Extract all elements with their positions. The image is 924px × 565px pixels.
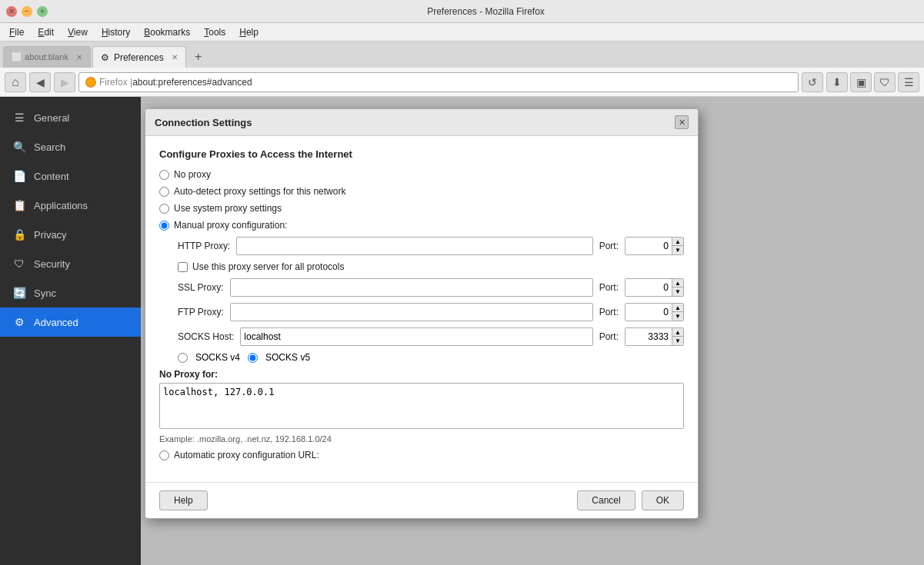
http-port-input[interactable] [625,238,672,254]
ftp-port-input[interactable] [625,304,672,321]
socks-port-spinner: ▲ ▼ [625,327,684,346]
menu-help[interactable]: Help [233,25,265,39]
auto-detect-label[interactable]: Auto-detect proxy settings for this netw… [174,186,345,197]
menu-bookmarks[interactable]: Bookmarks [138,25,196,39]
page-background: Advanced Connection Settings ✕ Configure… [141,97,924,565]
close-window-button[interactable]: ✕ [6,6,17,17]
menu-view[interactable]: View [62,25,94,39]
back-button[interactable]: ◀ [29,72,51,92]
dialog-title-bar: Connection Settings ✕ [145,109,698,136]
ssl-proxy-grid: SSL Proxy: Port: ▲ ▼ [178,278,684,297]
system-proxy-label[interactable]: Use system proxy settings [174,203,282,214]
ftp-port-up-button[interactable]: ▲ [672,304,683,312]
socks-host-grid: SOCKS Host: Port: ▲ ▼ [178,327,684,346]
favicon-icon [85,77,96,88]
title-bar: ✕ − + Preferences - Mozilla Firefox [0,0,924,23]
tab-preferences-label: Preferences [114,52,164,63]
menu-history[interactable]: History [95,25,136,39]
dialog-close-button[interactable]: ✕ [675,115,689,129]
manual-proxy-label[interactable]: Manual proxy configuration: [174,220,287,231]
manual-proxy-radio[interactable] [159,221,169,231]
sidebar: ☰ General 🔍 Search 📄 Content 📋 Applicati… [0,97,141,565]
use-all-protocols-checkbox[interactable] [178,262,188,272]
dialog-footer: Help Cancel OK [145,482,698,518]
http-port-up-button[interactable]: ▲ [672,238,683,246]
socks-v4-label[interactable]: SOCKS v4 [195,352,240,363]
ftp-port-label: Port: [599,307,619,317]
ssl-proxy-input[interactable] [230,278,593,297]
cancel-button[interactable]: Cancel [577,490,635,510]
sidebar-item-applications[interactable]: 📋 Applications [0,191,141,220]
no-proxy-label[interactable]: No proxy [174,169,211,180]
ftp-port-down-button[interactable]: ▼ [672,312,683,321]
socks-version-row: SOCKS v4 SOCKS v5 [178,352,684,363]
applications-icon: 📋 [12,198,26,212]
no-proxy-for-label: No Proxy for: [159,369,684,380]
socks-port-down-button[interactable]: ▼ [672,337,683,345]
socks-v5-radio[interactable] [248,353,258,363]
pocket-button[interactable]: 🛡 [874,72,896,92]
auto-url-radio[interactable] [159,450,169,460]
sidebar-item-general-label: General [34,112,69,124]
window-title: Preferences - Mozilla Firefox [54,6,918,17]
sidebar-item-content[interactable]: 📄 Content [0,161,141,191]
use-all-protocols-label[interactable]: Use this proxy server for all protocols [192,261,344,272]
ssl-port-input[interactable] [625,279,672,296]
reload-button[interactable]: ↺ [802,72,823,92]
sidebar-item-general[interactable]: ☰ General [0,103,141,132]
menu-edit[interactable]: Edit [32,25,60,39]
http-port-down-button[interactable]: ▼ [672,246,683,254]
ftp-port-spinner: ▲ ▼ [625,303,684,321]
sidebar-item-advanced[interactable]: ⚙ Advanced [0,307,141,337]
tab-blank-close[interactable]: ✕ [76,53,82,61]
new-tab-button[interactable]: + [188,46,209,68]
auto-detect-radio[interactable] [159,187,169,197]
menu-file[interactable]: File [3,25,30,39]
dialog-section-title: Configure Proxies to Access the Internet [159,148,684,160]
sidebar-item-privacy[interactable]: 🔒 Privacy [0,220,141,249]
no-proxy-textarea[interactable]: localhost, 127.0.0.1 [159,383,684,429]
no-proxy-row: No proxy [159,169,684,180]
no-proxy-section: No Proxy for: localhost, 127.0.0.1 Examp… [159,369,684,444]
home-button[interactable]: ⌂ [5,72,26,92]
ssl-port-down-button[interactable]: ▼ [672,287,683,296]
socks-v4-radio[interactable] [178,353,188,363]
tab-blank[interactable]: ⬜ about:blank ✕ [3,46,91,68]
general-icon: ☰ [12,111,26,125]
minimize-window-button[interactable]: − [22,6,32,17]
sidebar-item-security[interactable]: 🛡 Security [0,249,141,278]
menu-tools[interactable]: Tools [198,25,232,39]
socks-host-input[interactable] [240,327,592,346]
sidebar-item-search[interactable]: 🔍 Search [0,132,141,161]
menu-button[interactable]: ☰ [898,72,919,92]
maximize-window-button[interactable]: + [37,6,48,17]
socks-port-spinner-buttons: ▲ ▼ [672,328,683,345]
tab-bar: ⬜ about:blank ✕ ⚙ Preferences ✕ + [0,42,924,68]
dialog-body: Configure Proxies to Access the Internet… [145,136,698,482]
download-button[interactable]: ⬇ [826,72,848,92]
http-proxy-input[interactable] [236,237,592,255]
tab-preferences[interactable]: ⚙ Preferences ✕ [92,46,186,68]
url-bar[interactable]: Firefox | about:preferences#advanced [78,72,799,92]
system-proxy-radio[interactable] [159,204,169,214]
ssl-port-up-button[interactable]: ▲ [672,279,683,287]
no-proxy-radio[interactable] [159,170,169,180]
tab-preferences-close[interactable]: ✕ [172,53,178,61]
socks-v5-label[interactable]: SOCKS v5 [265,352,310,363]
use-all-protocols-row: Use this proxy server for all protocols [178,261,684,272]
forward-button[interactable]: ▶ [54,72,75,92]
sidebar-item-sync[interactable]: 🔄 Sync [0,278,141,307]
sidebar-item-content-label: Content [34,171,69,182]
sidebar-item-advanced-label: Advanced [34,317,78,328]
search-icon: 🔍 [12,140,26,154]
socks-host-label: SOCKS Host: [178,331,234,342]
ftp-proxy-grid: FTP Proxy: Port: ▲ ▼ [178,303,684,321]
window-controls: ✕ − + [6,6,48,17]
socks-port-input[interactable] [625,328,672,345]
ftp-proxy-input[interactable] [230,303,593,321]
help-button[interactable]: Help [159,490,208,510]
sidebar-toggle-button[interactable]: ▣ [850,72,872,92]
auto-url-label[interactable]: Automatic proxy configuration URL: [174,450,319,460]
socks-port-up-button[interactable]: ▲ [672,328,683,337]
ok-button[interactable]: OK [642,490,684,510]
